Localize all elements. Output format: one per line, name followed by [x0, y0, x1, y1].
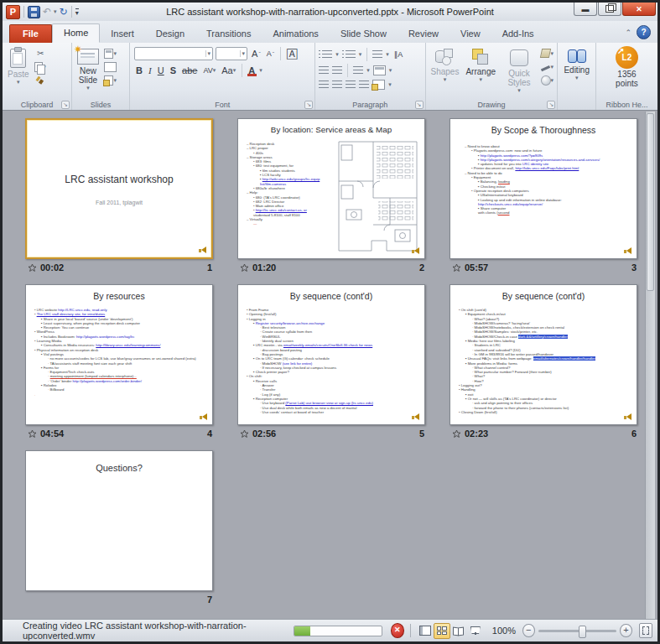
align-text-icon[interactable] — [373, 65, 386, 75]
slide-number: 4 — [207, 428, 212, 439]
reading-view-button[interactable] — [450, 623, 467, 639]
close-button[interactable]: ✕ — [622, 3, 656, 16]
shapes-button[interactable]: Shapes▾ — [428, 45, 463, 85]
restore-button[interactable] — [598, 3, 621, 16]
zoom-in-button[interactable]: + — [620, 624, 632, 637]
slide-title: By sequence (cont'd) — [450, 291, 637, 301]
ribbon-hero-badge-icon: L2 — [616, 46, 638, 69]
title-bar: P ↶ ▾ ↻ ▾ LRC assistant workshop-with-na… — [3, 3, 657, 21]
shrink-font-button[interactable]: Aˇ — [265, 49, 276, 58]
align-right-icon[interactable] — [346, 80, 356, 89]
slide-sorter-view-button[interactable] — [434, 623, 450, 639]
cut-button[interactable]: ✂ — [34, 48, 47, 59]
paste-button[interactable]: Paste▾ — [4, 45, 33, 87]
line-spacing-icon[interactable] — [372, 50, 382, 59]
fit-to-window-button[interactable] — [639, 623, 652, 638]
ribbon-hero-button[interactable]: L2 1356points — [598, 46, 656, 88]
shadow-button[interactable]: S — [169, 65, 178, 75]
minimize-ribbon-icon[interactable]: ⌃ — [625, 29, 631, 37]
clear-formatting-button[interactable]: 🄰 — [285, 49, 299, 60]
copy-button[interactable]: ▾ — [34, 61, 47, 72]
customize-qat-icon[interactable]: ▾ — [75, 8, 79, 16]
tab-review[interactable]: Review — [398, 25, 450, 43]
grow-font-button[interactable]: Aˆ — [250, 49, 262, 59]
layout-button[interactable]: ▾ — [104, 48, 117, 59]
slide-cell-4: By resources • LRC website http://LRC.un… — [25, 284, 215, 442]
floor-plan-map — [336, 139, 420, 253]
slide-body: – Need to know about• Plagwits.wordpress… — [462, 144, 631, 255]
cancel-video-button[interactable]: ✕ — [391, 623, 404, 638]
zoom-level[interactable]: 100% — [492, 626, 516, 636]
editing-button[interactable]: Editing▾ — [559, 45, 593, 83]
drawing-dialog-launcher-icon[interactable]: ↘ — [547, 101, 555, 109]
tab-file[interactable]: File — [9, 24, 52, 43]
bullets-icon[interactable] — [322, 50, 332, 59]
section-button[interactable]: ▾ — [104, 75, 117, 86]
tab-animations[interactable]: Animations — [262, 25, 329, 43]
slide-thumbnail-1[interactable]: LRC assistant workshop Fall 2011, tplagw… — [25, 118, 213, 259]
normal-view-button[interactable] — [417, 623, 434, 639]
columns-icon[interactable] — [353, 66, 363, 75]
tab-slide-show[interactable]: Slide Show — [330, 25, 398, 43]
underline-button[interactable]: U — [156, 65, 166, 75]
numbering-icon[interactable] — [346, 50, 356, 59]
shape-outline-button[interactable]: ▾ — [541, 61, 553, 72]
tab-view[interactable]: View — [450, 25, 491, 43]
scrollbar-thumb[interactable] — [647, 113, 654, 291]
italic-button[interactable]: I — [147, 65, 153, 75]
tab-design[interactable]: Design — [145, 25, 195, 43]
paragraph-dialog-launcher-icon[interactable]: ↘ — [415, 101, 424, 109]
decrease-indent-icon[interactable] — [319, 66, 329, 75]
reset-button[interactable] — [104, 61, 117, 72]
arrange-button[interactable]: Arrange▾ — [462, 45, 499, 85]
font-dialog-launcher-icon[interactable]: ↘ — [304, 101, 313, 109]
redo-icon[interactable]: ↻ — [60, 7, 68, 18]
undo-icon[interactable]: ↶ — [43, 7, 51, 18]
shape-effects-button[interactable]: ▾ — [541, 75, 553, 86]
ribbon-group-drawing: Shapes▾ Arrange▾ Quick Styles▾ ▾ ▾ ▾ Dra… — [426, 43, 559, 110]
new-slide-button[interactable]: New Slide▾ — [74, 45, 102, 93]
minimize-button[interactable]: ▬ — [574, 3, 597, 16]
tab-home[interactable]: Home — [52, 23, 100, 43]
change-case-button[interactable]: Aa▾ — [220, 65, 237, 75]
tab-add-ins[interactable]: Add-Ins — [491, 25, 545, 43]
transition-star-icon — [28, 429, 37, 439]
font-size-select[interactable]: ▾ — [216, 47, 247, 60]
slide-show-button[interactable] — [467, 623, 484, 639]
text-direction-icon[interactable]: ∥A — [392, 50, 405, 59]
undo-dropdown-icon[interactable]: ▾ — [54, 8, 57, 15]
convert-smartart-icon[interactable] — [372, 80, 385, 90]
align-left-icon[interactable] — [319, 80, 329, 89]
slide-thumbnail-4[interactable]: By resources • LRC website http://LRC.un… — [25, 284, 213, 425]
help-icon[interactable]: ? — [637, 25, 651, 39]
transition-star-icon — [28, 263, 37, 273]
slide-thumbnail-2[interactable]: By location: Service areas & Map – Recep… — [237, 118, 425, 259]
tab-insert[interactable]: Insert — [100, 25, 145, 43]
increase-indent-icon[interactable] — [332, 66, 342, 75]
slide-thumbnail-6[interactable]: By sequence (cont'd) • On shift (cont'd)… — [450, 284, 637, 425]
strikethrough-button[interactable]: abe — [180, 65, 199, 75]
save-icon[interactable] — [28, 6, 40, 18]
slide-thumbnail-3[interactable]: By Scope & Thoroughness – Need to know a… — [450, 118, 637, 259]
format-painter-button[interactable] — [34, 75, 47, 86]
shapes-icon — [435, 49, 454, 65]
transition-star-icon — [240, 263, 249, 273]
character-spacing-button[interactable]: AV▾ — [201, 66, 217, 75]
zoom-out-button[interactable]: − — [522, 624, 535, 637]
font-color-dropdown-icon[interactable]: ▾ — [259, 67, 262, 74]
font-name-select[interactable]: ▾ — [134, 47, 213, 60]
clipboard-dialog-launcher-icon[interactable]: ↘ — [61, 101, 70, 109]
justify-icon[interactable] — [359, 80, 369, 89]
powerpoint-app-icon[interactable]: P — [6, 5, 20, 19]
align-center-icon[interactable] — [332, 80, 342, 89]
slide-thumbnail-7[interactable]: Questions? — [25, 450, 213, 591]
vertical-scrollbar[interactable] — [645, 112, 655, 619]
font-color-button[interactable]: A — [247, 65, 257, 75]
shape-fill-button[interactable]: ▾ — [541, 48, 553, 59]
zoom-slider[interactable] — [538, 630, 617, 632]
tab-transitions[interactable]: Transitions — [195, 25, 262, 43]
zoom-slider-thumb[interactable] — [579, 626, 586, 638]
bold-button[interactable]: B — [134, 65, 144, 75]
slide-thumbnail-5[interactable]: By sequence (cont'd) • From Frame• Openi… — [237, 284, 425, 425]
quick-styles-button[interactable]: Quick Styles▾ — [499, 45, 539, 96]
